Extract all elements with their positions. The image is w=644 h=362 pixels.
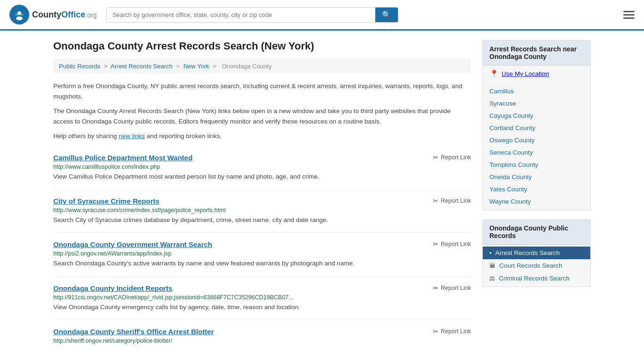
nearby-link-3[interactable]: Cortland County — [489, 124, 536, 132]
result-item: Camillus Police Department Most Wanted ✂… — [53, 146, 471, 189]
square-icon: ▪ — [489, 249, 492, 256]
report-link-0[interactable]: ✂ Report Link — [433, 154, 471, 161]
result-link-0[interactable]: Camillus Police Department Most Wanted — [53, 154, 192, 162]
description-2: The Onondaga County Arrest Records Searc… — [53, 106, 471, 126]
logo[interactable]: CountyOffice.org — [9, 5, 97, 25]
result-link-3[interactable]: Onondaga County Incident Reports — [53, 284, 173, 292]
scissors-icon: ✂ — [433, 240, 438, 248]
result-link-4[interactable]: Onondaga County Sheriff's Office Arrest … — [53, 328, 214, 336]
nearby-item: Cortland County — [483, 122, 590, 134]
result-title-0: Camillus Police Department Most Wanted — [53, 154, 192, 162]
public-records-item-2[interactable]: ⚖Criminal Records Search — [483, 272, 590, 285]
result-link-1[interactable]: City of Syracuse Crime Reports — [53, 197, 159, 205]
scissors-icon: ✂ — [433, 154, 438, 161]
report-label: Report Link — [441, 154, 471, 161]
breadcrumb-new-york[interactable]: New York — [183, 63, 209, 70]
nearby-link-4[interactable]: Oswego County — [489, 137, 535, 144]
breadcrumb-current: Onondaga County — [222, 63, 272, 70]
result-title-3: Onondaga County Incident Reports — [53, 284, 173, 292]
result-url-1: http://www.syracuse.com/crime/index.ssf/… — [53, 207, 471, 214]
hamburger-menu[interactable] — [623, 11, 635, 19]
report-label: Report Link — [441, 241, 471, 247]
report-label: Report Link — [441, 328, 471, 335]
search-bar: 🔍 — [106, 7, 398, 23]
report-label: Report Link — [441, 197, 471, 204]
pr-link-0[interactable]: Arrest Records Search — [495, 249, 560, 256]
public-records-item-1[interactable]: 🏛Court Records Search — [483, 259, 590, 272]
description-1: Perform a free Onondaga County, NY publi… — [53, 81, 471, 101]
location-icon: 📍 — [489, 69, 499, 78]
result-desc-0: View Camillus Police Department most wan… — [53, 172, 471, 181]
main-container: Onondaga County Arrest Records Search (N… — [44, 31, 600, 362]
nearby-item: Oneida County — [483, 171, 590, 183]
nearby-item: Oswego County — [483, 134, 590, 146]
logo-text: CountyOffice.org — [32, 10, 97, 20]
public-records-item-0[interactable]: ▪Arrest Records Search — [483, 247, 590, 259]
public-records-box: Onondaga County Public Records ▪Arrest R… — [482, 219, 591, 287]
pr-link-2[interactable]: Criminal Records Search — [499, 275, 570, 282]
justice-icon: ⚖ — [489, 275, 495, 282]
new-links-link[interactable]: new links — [119, 132, 145, 140]
result-header-0: Camillus Police Department Most Wanted ✂… — [53, 154, 471, 162]
breadcrumb: Public Records > Arrest Records Search >… — [53, 59, 471, 74]
nearby-list: CamillusSyracuseCayuga CountyCortland Co… — [483, 82, 590, 210]
nearby-item: Tompkins County — [483, 158, 590, 171]
nearby-item: Syracuse — [483, 97, 590, 109]
report-link-1[interactable]: ✂ Report Link — [433, 197, 471, 205]
public-records-list: ▪Arrest Records Search🏛Court Records Sea… — [483, 245, 590, 287]
header: CountyOffice.org 🔍 — [0, 0, 644, 31]
result-desc-2: Search Onondaga County's active warrants… — [53, 259, 471, 268]
nearby-link-5[interactable]: Seneca County — [489, 149, 533, 156]
nearby-link-8[interactable]: Yates County — [489, 186, 527, 193]
results-list: Camillus Police Department Most Wanted ✂… — [53, 146, 471, 354]
search-button[interactable]: 🔍 — [375, 8, 398, 22]
nearby-link-7[interactable]: Oneida County — [489, 173, 532, 181]
nearby-item: Seneca County — [483, 146, 590, 158]
nearby-item: Camillus — [483, 85, 590, 97]
nearby-box: Arrest Records Search nearOnondaga Count… — [482, 40, 591, 211]
report-link-3[interactable]: ✂ Report Link — [433, 284, 471, 292]
nearby-link-9[interactable]: Wayne County — [489, 198, 531, 205]
sidebar: Arrest Records Search nearOnondaga Count… — [482, 40, 591, 354]
use-my-location[interactable]: 📍 Use My Location — [483, 66, 590, 82]
report-link-2[interactable]: ✂ Report Link — [433, 240, 471, 248]
result-item: Onondaga County Government Warrant Searc… — [53, 233, 471, 276]
nearby-link-6[interactable]: Tompkins County — [489, 161, 538, 168]
main-content: Onondaga County Arrest Records Search (N… — [53, 40, 471, 354]
page-title: Onondaga County Arrest Records Search (N… — [53, 40, 471, 52]
nearby-item: Cayuga County — [483, 109, 590, 122]
result-url-2: http://psi2.ongov.net/AWarrants/app/inde… — [53, 250, 471, 257]
breadcrumb-arrest-records[interactable]: Arrest Records Search — [111, 63, 173, 70]
result-header-1: City of Syracuse Crime Reports ✂ Report … — [53, 197, 471, 205]
report-label: Report Link — [441, 285, 471, 291]
public-records-title: Onondaga County Public Records — [483, 220, 590, 245]
pr-link-1[interactable]: Court Records Search — [499, 262, 562, 269]
breadcrumb-public-records[interactable]: Public Records — [59, 63, 100, 70]
scissors-icon: ✂ — [433, 197, 438, 205]
result-title-4: Onondaga County Sheriff's Office Arrest … — [53, 328, 214, 336]
nearby-link-1[interactable]: Syracuse — [489, 100, 516, 107]
result-item: Onondaga County Incident Reports ✂ Repor… — [53, 277, 471, 320]
description-3: Help others by sharing new links and rep… — [53, 131, 471, 141]
svg-point-4 — [21, 14, 24, 16]
svg-point-1 — [17, 11, 21, 15]
result-item: City of Syracuse Crime Reports ✂ Report … — [53, 189, 471, 233]
nearby-link-2[interactable]: Cayuga County — [489, 112, 533, 119]
nearby-link-0[interactable]: Camillus — [489, 88, 514, 95]
result-header-4: Onondaga County Sheriff's Office Arrest … — [53, 328, 471, 336]
nearby-item: Wayne County — [483, 195, 590, 207]
result-link-2[interactable]: Onondaga County Government Warrant Searc… — [53, 240, 212, 248]
use-location-link[interactable]: Use My Location — [502, 70, 549, 77]
search-input[interactable] — [107, 8, 375, 22]
logo-icon — [9, 5, 29, 25]
result-url-0: http://www.camillluspolice.com/index.php — [53, 164, 471, 170]
result-desc-1: Search City of Syracuse crimes database … — [53, 215, 471, 225]
result-desc-3: View Onondaga County emergency calls lis… — [53, 303, 471, 312]
svg-point-3 — [16, 14, 18, 16]
report-link-4[interactable]: ✂ Report Link — [433, 328, 471, 335]
nearby-title: Arrest Records Search nearOnondaga Count… — [483, 41, 590, 66]
result-title-2: Onondaga County Government Warrant Searc… — [53, 240, 212, 248]
scissors-icon: ✂ — [433, 284, 438, 292]
result-url-4: http://sheriff.ongov.net/category/police… — [53, 337, 471, 344]
result-title-1: City of Syracuse Crime Reports — [53, 197, 159, 205]
